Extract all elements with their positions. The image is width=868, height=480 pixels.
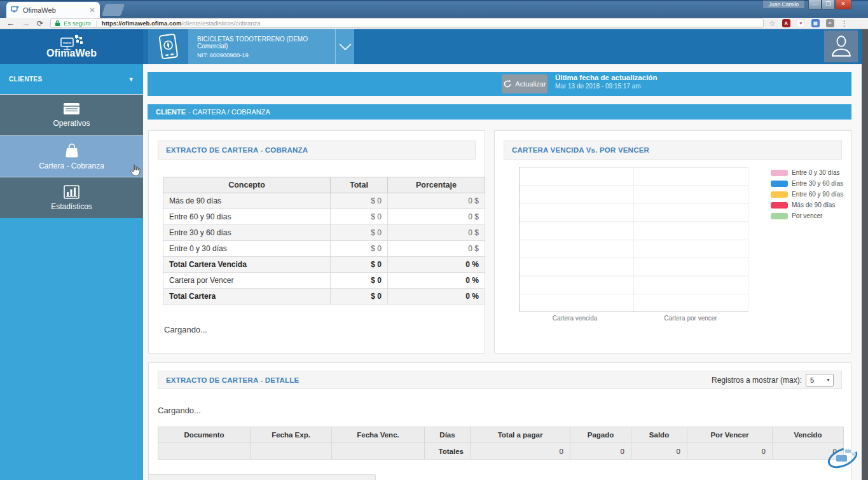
column-header: Días bbox=[425, 427, 471, 443]
tab-close-icon[interactable]: ✕ bbox=[89, 6, 95, 14]
window-close-button[interactable]: ✕ bbox=[835, 0, 851, 10]
url-path: /cliente/estadisticos/cobranza bbox=[181, 20, 260, 27]
back-button[interactable]: ← bbox=[6, 19, 15, 27]
select-caret-icon: ▼ bbox=[826, 378, 830, 382]
user-avatar-button[interactable] bbox=[824, 31, 858, 62]
bookmark-star-icon[interactable]: ☆ bbox=[769, 19, 776, 28]
gray-extension-icon[interactable]: ‹› bbox=[826, 19, 834, 27]
url-text: https://ofimaweb.ofima.com/cliente/estad… bbox=[102, 20, 261, 27]
table-row: Más de 90 días$ 00 $ bbox=[163, 193, 485, 209]
refresh-label: Actualizar bbox=[515, 80, 546, 88]
forward-button[interactable]: → bbox=[22, 19, 30, 27]
company-info[interactable]: BICICLETAS TODOTERRENO (DEMO Comercial) … bbox=[188, 29, 335, 64]
table-cell: 0 % bbox=[388, 289, 485, 305]
totals-label-cell: Totales bbox=[425, 443, 471, 460]
chart-legend: Entre 0 y 30 díasEntre 30 y 60 díasEntre… bbox=[771, 169, 843, 223]
table-row: Entre 60 y 90 días$ 00 $ bbox=[163, 209, 485, 225]
main-content: Actualizar Última fecha de actualización… bbox=[143, 64, 862, 480]
table-cell: 0 $ bbox=[388, 193, 485, 209]
blue-extension-icon[interactable]: ▤ bbox=[811, 19, 820, 27]
table-cell: $ 0 bbox=[331, 193, 388, 209]
browser-profile-button[interactable]: Juan Camilo bbox=[762, 1, 805, 9]
breadcrumb: CLIENTE - CARTERA / COBRANZA bbox=[148, 104, 851, 120]
sidebar-item-label: Estadísticos bbox=[51, 202, 92, 211]
column-header: Porcentaje bbox=[388, 177, 485, 193]
bar-chart-plot bbox=[519, 167, 748, 315]
table-cell: 0 $ bbox=[388, 225, 485, 241]
bag-icon bbox=[64, 142, 80, 158]
sidebar-item-operativos[interactable]: Operativos bbox=[0, 94, 143, 135]
window-maximize-button[interactable]: ❐ bbox=[822, 0, 835, 10]
clipped-panel-edge bbox=[148, 474, 376, 480]
panel-header: EXTRACTO DE CARTERA - DETALLE Registros … bbox=[158, 371, 842, 389]
table-cell: Entre 30 y 60 días bbox=[163, 225, 331, 241]
loading-text: Cargando... bbox=[164, 325, 207, 334]
chevron-down-icon: ▼ bbox=[128, 76, 134, 83]
sidebar-section-clientes[interactable]: CLIENTES ▼ bbox=[0, 64, 143, 94]
chart-icon bbox=[64, 185, 79, 199]
screen: OfimaWeb ✕ Juan Camilo — ❐ ✕ ← → ⟳ Es se… bbox=[0, 0, 868, 480]
column-header: Total a pagar bbox=[471, 427, 570, 443]
table-cell bbox=[332, 443, 425, 460]
mouse-cursor-hand bbox=[129, 164, 141, 175]
security-label: Es seguro bbox=[64, 20, 91, 27]
tab-title: OfimaWeb bbox=[23, 6, 56, 14]
table-cell bbox=[251, 443, 332, 460]
panel-title: EXTRACTO DE CARTERA - DETALLE bbox=[166, 376, 299, 384]
table-cell: Entre 60 y 90 días bbox=[163, 209, 331, 225]
table-header-row: Concepto Total Porcentaje bbox=[163, 177, 485, 193]
breadcrumb-section: CLIENTE bbox=[156, 108, 186, 116]
address-separator bbox=[96, 20, 97, 27]
table-cell: 0 $ bbox=[388, 241, 485, 257]
window-minimize-button[interactable]: — bbox=[808, 0, 822, 10]
padlock-icon bbox=[55, 20, 60, 27]
table-cell: Total Cartera bbox=[163, 289, 331, 305]
legend-swatch bbox=[771, 170, 788, 176]
column-header: Documento bbox=[158, 427, 251, 443]
company-device-icon[interactable] bbox=[148, 29, 188, 64]
svg-text:www: www bbox=[62, 41, 72, 45]
totals-value-cell: 0 bbox=[631, 443, 687, 460]
chart-grid bbox=[519, 167, 748, 312]
records-label: Registros a mostrar (max): bbox=[712, 376, 802, 385]
browser-menu-icon[interactable]: ⋮ bbox=[841, 19, 848, 28]
legend-label: Entre 30 y 60 días bbox=[792, 180, 843, 187]
adobe-extension-icon[interactable]: A bbox=[782, 19, 790, 27]
table-cell: Entre 0 y 30 días bbox=[163, 241, 331, 257]
column-header: Concepto bbox=[163, 177, 331, 193]
table-cell: $ 0 bbox=[331, 273, 388, 289]
form-icon bbox=[63, 102, 80, 116]
ofimaweb-logo[interactable]: www OfimaWeb bbox=[0, 29, 143, 64]
company-nit: NIT: 800900900-19 bbox=[197, 51, 335, 58]
sidebar: www OfimaWeb CLIENTES ▼ Ope bbox=[0, 29, 143, 480]
browser-tab[interactable]: OfimaWeb ✕ bbox=[6, 2, 100, 18]
breadcrumb-rest: - CARTERA / COBRANZA bbox=[188, 108, 270, 116]
chart-panel: CARTERA VENCIDA Vs. POR VENCER bbox=[494, 130, 851, 353]
sidebar-item-estadisticos[interactable]: Estadísticos bbox=[0, 177, 143, 218]
address-bar[interactable]: Es seguro https://ofimaweb.ofima.com/cli… bbox=[50, 18, 764, 28]
table-cell: Más de 90 días bbox=[163, 193, 331, 209]
totals-value-cell: 0 bbox=[471, 443, 570, 460]
table-cell: $ 0 bbox=[331, 225, 388, 241]
scrollbar[interactable] bbox=[862, 29, 868, 480]
legend-item: Entre 30 y 60 días bbox=[771, 180, 843, 187]
table-row: Entre 30 y 60 días$ 00 $ bbox=[163, 225, 485, 241]
sidebar-item-cartera-cobranza[interactable]: Cartera - Cobranza bbox=[0, 135, 143, 177]
column-header: Total bbox=[331, 177, 388, 193]
records-value: 5 bbox=[810, 376, 814, 384]
column-header: Vencido bbox=[773, 427, 844, 443]
records-select[interactable]: 5 ▼ bbox=[806, 374, 834, 387]
legend-label: Más de 90 días bbox=[792, 202, 835, 209]
totals-row: Totales00000 bbox=[158, 443, 844, 460]
table-cell: $ 0 bbox=[331, 257, 388, 273]
legend-swatch bbox=[771, 191, 788, 198]
company-dropdown-button[interactable] bbox=[335, 29, 354, 64]
table-cell: 0 $ bbox=[388, 209, 485, 225]
new-tab-button[interactable] bbox=[102, 4, 125, 16]
reload-button[interactable]: ⟳ bbox=[37, 20, 43, 27]
refresh-button[interactable]: Actualizar bbox=[502, 74, 548, 93]
heart-extension-icon[interactable]: ♥ bbox=[797, 19, 805, 27]
extracto-cobranza-panel: EXTRACTO DE CARTERA - COBRANZA Concepto … bbox=[148, 130, 485, 353]
company-name: BICICLETAS TODOTERRENO (DEMO Comercial) bbox=[197, 36, 335, 50]
legend-item: Más de 90 días bbox=[771, 202, 843, 209]
